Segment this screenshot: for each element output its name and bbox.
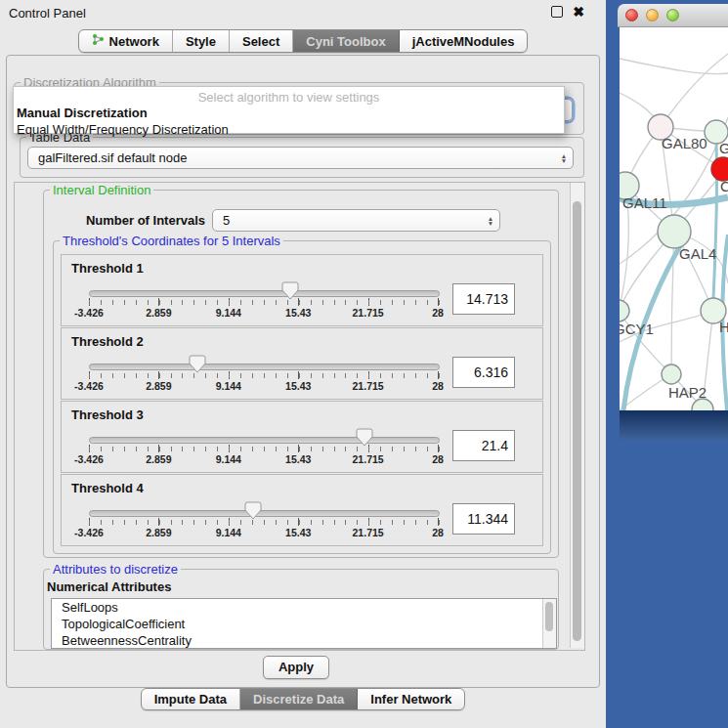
attribute-item-selfloops[interactable]: SelfLoops bbox=[52, 599, 556, 616]
tick-label: 2.859 bbox=[146, 453, 171, 465]
tab-network[interactable]: Network bbox=[79, 30, 173, 52]
control-panel-titlebar: Control Panel ✖ bbox=[0, 0, 606, 25]
attribute-item-topologicalcoefficient[interactable]: TopologicalCoefficient bbox=[52, 616, 556, 632]
tick-label: 2.859 bbox=[146, 307, 171, 319]
threshold-value-field[interactable]: 21.4 bbox=[452, 430, 515, 461]
tab-label: jActiveMNodules bbox=[412, 34, 515, 49]
tick-label: 9.144 bbox=[216, 527, 241, 538]
top-tabbar: NetworkStyleSelectCyni ToolboxjActiveMNo… bbox=[0, 29, 606, 53]
tab-label: Network bbox=[109, 34, 159, 49]
network-node-gal4[interactable] bbox=[658, 215, 691, 248]
algorithm-option-equal-width-frequency-discretization[interactable]: Equal Width/Frequency Discretization bbox=[14, 121, 564, 138]
algorithm-hint: Select algorithm to view settings bbox=[14, 87, 564, 105]
interval-definition-title: Interval Definition bbox=[50, 183, 153, 197]
tick-label: 28 bbox=[432, 380, 444, 392]
attributes-title: Attributes to discretize bbox=[50, 562, 181, 577]
tick-label: 9.144 bbox=[216, 307, 241, 319]
float-window-icon[interactable] bbox=[551, 6, 563, 18]
vertical-scrollbar[interactable] bbox=[570, 183, 584, 648]
slider-minor-ticks bbox=[89, 373, 440, 378]
tick-label: 28 bbox=[432, 527, 444, 538]
numerical-attributes-list[interactable]: SelfLoopsTopologicalCoefficientBetweenne… bbox=[51, 598, 557, 649]
tab-discretize-data[interactable]: Discretize Data bbox=[240, 689, 358, 709]
tick-label: 15.43 bbox=[285, 527, 311, 538]
scrollbar-thumb[interactable] bbox=[545, 602, 553, 631]
spinner-arrows-icon: ▲▼ bbox=[555, 153, 573, 163]
network-node-gcy1[interactable] bbox=[620, 300, 629, 321]
network-node-hap2[interactable] bbox=[662, 364, 681, 384]
desktop-background: GAL80GALCGAL11GAL4GCY1HHAP2 Table Panel … bbox=[606, 0, 728, 728]
tab-label: Select bbox=[242, 34, 279, 49]
threshold-box-3: Threshold 3 21.4 -3.4262.8599.14415.4321… bbox=[61, 401, 543, 473]
node-label: GAL bbox=[719, 140, 728, 156]
minimize-traffic-light-icon[interactable] bbox=[646, 9, 659, 21]
tick-label: 15.43 bbox=[285, 380, 311, 392]
tab-jactivemnodules[interactable]: jActiveMNodules bbox=[400, 30, 528, 52]
network-canvas[interactable]: GAL80GALCGAL11GAL4GCY1HHAP2 bbox=[620, 27, 728, 410]
tick-label: 21.715 bbox=[353, 380, 384, 392]
node-label: GAL80 bbox=[662, 135, 707, 151]
tick-label: 21.715 bbox=[353, 307, 384, 319]
scrollbar-thumb[interactable] bbox=[573, 201, 581, 641]
threshold-value-field[interactable]: 14.713 bbox=[452, 283, 515, 315]
app-root: Control Panel ✖ NetworkStyleSelectCyni T… bbox=[0, 0, 728, 728]
threshold-box-2: Threshold 2 6.316 -3.4262.8599.14415.432… bbox=[61, 327, 543, 400]
tab-label: Discretize Data bbox=[253, 692, 344, 707]
algorithm-dropdown-popup: Select algorithm to view settings Manual… bbox=[13, 86, 565, 134]
bottom-tabbar: Impute DataDiscretize DataInfer Network bbox=[0, 688, 606, 710]
apply-button[interactable]: Apply bbox=[263, 656, 329, 679]
network-graph[interactable]: GAL80GALCGAL11GAL4GCY1HHAP2 bbox=[620, 27, 728, 410]
tick-label: -3.426 bbox=[74, 380, 104, 392]
tab-impute-data[interactable]: Impute Data bbox=[142, 689, 240, 709]
node-label: GCY1 bbox=[620, 321, 654, 337]
threshold-box-1: Threshold 1 14.713 -3.4262.8599.14415.43… bbox=[61, 254, 543, 326]
threshold-value-field[interactable]: 11.344 bbox=[452, 503, 515, 535]
tick-label: 9.144 bbox=[216, 453, 241, 465]
tab-label: Cyni Toolbox bbox=[306, 34, 385, 49]
threshold-label: Threshold 4 bbox=[71, 481, 144, 495]
node-label: HAP2 bbox=[668, 384, 707, 401]
threshold-label: Threshold 2 bbox=[71, 334, 144, 349]
node-label: GAL11 bbox=[622, 194, 667, 211]
tab-label: Infer Network bbox=[370, 692, 451, 707]
tab-label: Style bbox=[186, 34, 216, 49]
network-window-titlebar bbox=[618, 4, 728, 27]
tick-label: 9.144 bbox=[216, 380, 241, 392]
number-of-intervals-label: Number of Intervals bbox=[59, 213, 205, 228]
slider-track[interactable] bbox=[89, 364, 440, 370]
control-panel: Control Panel ✖ NetworkStyleSelectCyni T… bbox=[0, 0, 606, 728]
node-label: H bbox=[719, 319, 728, 335]
tick-label: 21.715 bbox=[353, 527, 384, 538]
tab-style[interactable]: Style bbox=[173, 30, 230, 52]
tick-label: 21.715 bbox=[353, 453, 384, 465]
spinner-arrows-icon: ▲▼ bbox=[482, 216, 499, 226]
tab-select[interactable]: Select bbox=[230, 30, 293, 52]
tick-label: 15.43 bbox=[285, 307, 311, 319]
list-scrollbar[interactable] bbox=[542, 599, 556, 648]
slider-track[interactable] bbox=[89, 290, 440, 297]
tab-label: Impute Data bbox=[154, 692, 227, 707]
slider-track[interactable] bbox=[89, 437, 440, 444]
numerical-attributes-label: Numerical Attributes bbox=[47, 579, 171, 594]
tick-label: -3.426 bbox=[74, 307, 104, 319]
zoom-traffic-light-icon[interactable] bbox=[666, 9, 679, 21]
network-icon bbox=[92, 33, 105, 49]
threshold-label: Threshold 3 bbox=[71, 407, 144, 422]
tick-label: 28 bbox=[432, 307, 444, 319]
close-icon[interactable]: ✖ bbox=[573, 6, 584, 18]
table-data-combobox[interactable]: galFiltered.sif default node ▲▼ bbox=[27, 147, 574, 169]
threshold-label: Threshold 1 bbox=[71, 261, 144, 276]
close-traffic-light-icon[interactable] bbox=[625, 9, 638, 21]
node-label: C bbox=[720, 178, 728, 194]
slider-track[interactable] bbox=[89, 510, 440, 517]
attribute-item-betweennesscentrality[interactable]: BetweennessCentrality bbox=[52, 632, 556, 649]
slider-minor-ticks bbox=[89, 300, 440, 305]
tick-label: 15.43 bbox=[285, 453, 311, 465]
tab-infer-network[interactable]: Infer Network bbox=[358, 689, 464, 709]
number-of-intervals-combobox[interactable]: 5 ▲▼ bbox=[212, 209, 500, 232]
threshold-value-field[interactable]: 6.316 bbox=[452, 357, 515, 388]
slider-minor-ticks bbox=[89, 520, 440, 525]
algorithm-option-manual-discretization[interactable]: Manual Discretization bbox=[14, 105, 564, 121]
tick-label: 28 bbox=[432, 453, 444, 465]
tab-cyni-toolbox[interactable]: Cyni Toolbox bbox=[293, 30, 399, 52]
